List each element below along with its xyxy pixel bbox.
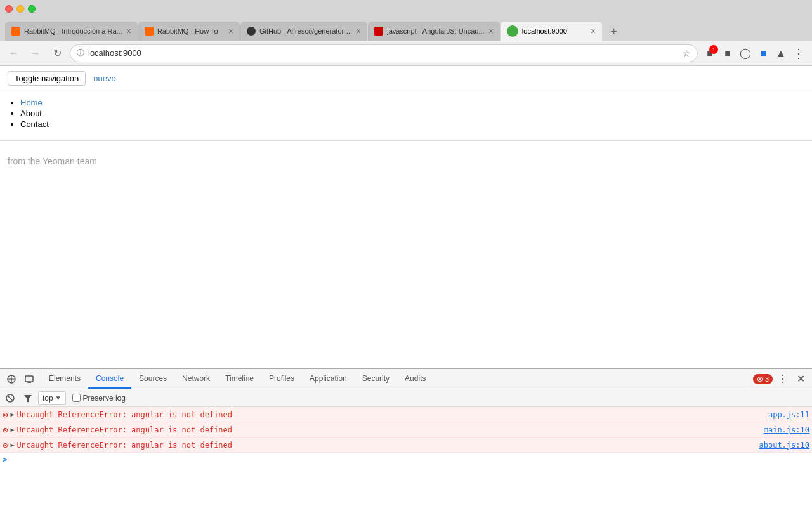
page-area: Toggle navigation nuevo HomeAboutContact… bbox=[0, 66, 812, 368]
devtools-tab-elements[interactable]: Elements bbox=[41, 369, 88, 389]
error-message-3: Uncaught ReferenceError: angular is not … bbox=[16, 441, 754, 450]
new-tab-button[interactable]: + bbox=[605, 23, 623, 41]
error-count-badge: ⊗ 3 bbox=[753, 374, 773, 384]
tab-favicon-angular bbox=[374, 27, 383, 36]
tab-favicon-github bbox=[247, 27, 256, 36]
forward-button[interactable]: → bbox=[27, 44, 44, 62]
nuevo-link[interactable]: nuevo bbox=[93, 74, 115, 83]
console-context-selector[interactable]: top ▼ bbox=[38, 391, 66, 405]
devtools-tab-profiles[interactable]: Profiles bbox=[261, 369, 302, 389]
devtools-tab-audits[interactable]: Audits bbox=[397, 369, 433, 389]
devtools-tab-application[interactable]: Application bbox=[302, 369, 355, 389]
error-link-1[interactable]: app.js:11 bbox=[768, 410, 809, 419]
page-content: Toggle navigation nuevo HomeAboutContact… bbox=[0, 66, 812, 508]
chrome-menu-button[interactable]: ⋮ bbox=[790, 45, 807, 62]
error-icon-2: ⊗ bbox=[3, 425, 8, 435]
traffic-lights bbox=[5, 5, 36, 13]
nav-item-2: Contact bbox=[20, 119, 49, 129]
reload-button[interactable]: ↻ bbox=[48, 44, 66, 62]
devtools-tab-network[interactable]: Network bbox=[174, 369, 218, 389]
svg-rect-4 bbox=[27, 382, 31, 383]
extensions-button[interactable]: ■ 1 bbox=[702, 45, 718, 62]
back-button[interactable]: ← bbox=[5, 44, 23, 62]
security-icon: ⓘ bbox=[77, 48, 84, 58]
title-bar bbox=[0, 0, 812, 18]
devtools-tab-timeline[interactable]: Timeline bbox=[218, 369, 261, 389]
browser-tab-rabbitmq2[interactable]: RabbitMQ - How To × bbox=[138, 22, 240, 41]
error-link-2[interactable]: main.js:10 bbox=[764, 425, 809, 434]
tab-label-angular: javascript - AngularJS: Uncau... bbox=[387, 27, 484, 35]
extensions-action5[interactable]: ▲ bbox=[773, 45, 789, 62]
nav-item-1: About bbox=[20, 109, 42, 118]
console-error-row-2[interactable]: ⊗ ▶ Uncaught ReferenceError: angular is … bbox=[0, 422, 812, 438]
context-label: top bbox=[43, 394, 53, 403]
console-filter-button[interactable] bbox=[20, 391, 36, 406]
svg-rect-3 bbox=[25, 376, 33, 382]
expand-arrow-1[interactable]: ▶ bbox=[10, 411, 14, 418]
tab-favicon-localhost bbox=[507, 25, 518, 37]
tab-close-localhost[interactable]: × bbox=[591, 27, 596, 36]
nav-actions: ■ 1 ■ ◯ ■ ▲ ⋮ bbox=[702, 45, 807, 62]
devtools-console-output: ⊗ ▶ Uncaught ReferenceError: angular is … bbox=[0, 407, 812, 508]
tab-close-rabbitmq1[interactable]: × bbox=[126, 27, 131, 36]
notification-badge: 1 bbox=[709, 45, 718, 54]
console-prompt-row[interactable]: > bbox=[0, 453, 812, 467]
chevron-down-icon: ▼ bbox=[55, 394, 62, 401]
console-clear-button[interactable] bbox=[3, 391, 18, 406]
extensions-action4[interactable]: ■ bbox=[755, 45, 771, 62]
preserve-log-checkbox[interactable] bbox=[72, 394, 81, 402]
devtools-close-button[interactable]: ✕ bbox=[793, 371, 808, 387]
tab-bar: RabbitMQ - Introducción a Ra... × Rabbit… bbox=[0, 18, 812, 41]
page-navbar: Toggle navigation nuevo bbox=[0, 66, 812, 91]
close-window-button[interactable] bbox=[5, 5, 13, 13]
devtools-icon-group bbox=[0, 369, 41, 389]
page-nav-list: HomeAboutContact bbox=[0, 91, 812, 135]
browser-tab-localhost[interactable]: localhost:9000 × bbox=[501, 22, 602, 41]
extensions-action3[interactable]: ◯ bbox=[737, 45, 754, 62]
devtools-tab-security[interactable]: Security bbox=[355, 369, 397, 389]
svg-marker-7 bbox=[24, 395, 32, 402]
expand-arrow-2[interactable]: ▶ bbox=[10, 426, 14, 433]
minimize-window-button[interactable] bbox=[16, 5, 24, 13]
error-message-2: Uncaught ReferenceError: angular is not … bbox=[16, 425, 758, 434]
devtools-console-toolbar: top ▼ Preserve log bbox=[0, 389, 812, 407]
tab-close-github[interactable]: × bbox=[356, 27, 361, 36]
bookmark-icon[interactable]: ☆ bbox=[683, 48, 691, 58]
address-bar[interactable]: ⓘ localhost:9000 ☆ bbox=[70, 44, 698, 62]
preserve-log-label[interactable]: Preserve log bbox=[83, 394, 126, 403]
devtools-tabs: Elements Console Sources Network Timelin… bbox=[41, 369, 749, 389]
devtools-device-icon[interactable] bbox=[22, 371, 37, 387]
browser-tab-rabbitmq1[interactable]: RabbitMQ - Introducción a Ra... × bbox=[5, 22, 138, 41]
tab-label-github: GitHub - Alfresco/generator-... bbox=[259, 27, 352, 35]
toggle-navigation-button[interactable]: Toggle navigation bbox=[8, 71, 86, 86]
tab-favicon-rabbitmq1 bbox=[11, 27, 20, 36]
error-icon-3: ⊗ bbox=[3, 440, 8, 450]
devtools-tab-sources[interactable]: Sources bbox=[131, 369, 174, 389]
preserve-log-group: Preserve log bbox=[72, 394, 126, 403]
tab-close-angular[interactable]: × bbox=[488, 27, 494, 36]
page-divider bbox=[0, 140, 812, 141]
devtools-topbar: Elements Console Sources Network Timelin… bbox=[0, 369, 812, 389]
browser-tab-angular[interactable]: javascript - AngularJS: Uncau... × bbox=[368, 22, 500, 41]
devtools-menu-button[interactable]: ⋮ bbox=[775, 371, 790, 387]
devtools-inspect-icon[interactable] bbox=[4, 371, 19, 387]
console-prompt-caret: > bbox=[3, 455, 7, 464]
browser-window: RabbitMQ - Introducción a Ra... × Rabbit… bbox=[0, 0, 812, 508]
tab-favicon-rabbitmq2 bbox=[145, 27, 154, 36]
devtools-tab-console[interactable]: Console bbox=[88, 369, 131, 389]
tab-label-localhost: localhost:9000 bbox=[522, 27, 587, 35]
error-icon-1: ⊗ bbox=[3, 410, 8, 420]
error-message-1: Uncaught ReferenceError: angular is not … bbox=[16, 410, 763, 419]
tab-close-rabbitmq2[interactable]: × bbox=[228, 27, 233, 36]
extensions-action2[interactable]: ■ bbox=[719, 45, 736, 62]
console-error-row-1[interactable]: ⊗ ▶ Uncaught ReferenceError: angular is … bbox=[0, 407, 812, 422]
error-link-3[interactable]: about.js:10 bbox=[759, 441, 809, 450]
console-error-row-3[interactable]: ⊗ ▶ Uncaught ReferenceError: angular is … bbox=[0, 438, 812, 453]
expand-arrow-3[interactable]: ▶ bbox=[10, 441, 14, 448]
error-count: 3 bbox=[765, 375, 769, 383]
maximize-window-button[interactable] bbox=[28, 5, 36, 13]
browser-tab-github[interactable]: GitHub - Alfresco/generator-... × bbox=[240, 22, 367, 41]
navigation-bar: ← → ↻ ⓘ localhost:9000 ☆ ■ 1 ■ ◯ ■ ▲ ⋮ bbox=[0, 41, 812, 66]
devtools-panel: Elements Console Sources Network Timelin… bbox=[0, 368, 812, 508]
nav-item-link-0[interactable]: Home bbox=[20, 98, 43, 107]
